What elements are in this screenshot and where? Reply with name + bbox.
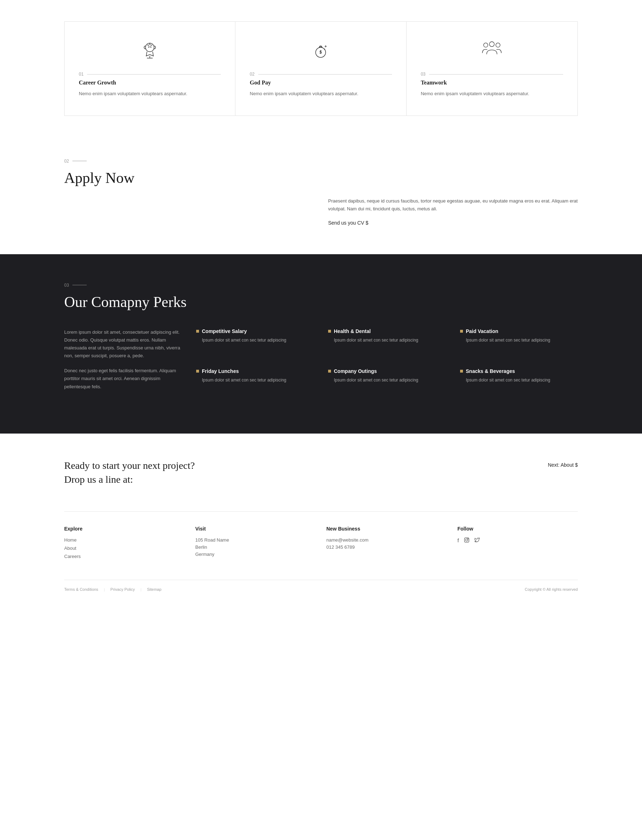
card-3: 03 Teamwork Nemo enim ipsam voluptatem v… [407,22,577,115]
footer-email: name@website.com [326,537,447,543]
social-instagram[interactable] [464,537,469,544]
footer-sep-1: | [104,587,104,591]
apply-desc: Praesent dapibus, neque id cursus faucib… [328,197,578,213]
cta-heading: Ready to start your next project? Drop u… [64,458,195,486]
perks-section: 03 Our Comapny Perks Lorem ipsum dolor s… [0,254,642,434]
apply-link-text: Send us you CV $ [328,220,368,226]
footer-sitemap[interactable]: Sitemap [147,587,161,591]
footer-link-careers[interactable]: Careers [64,554,185,559]
cta-next-label: Next: About $ [548,462,578,468]
perk-item-5: Company Outings Ipsum dolor sit amet con… [328,368,446,398]
card-1-number: 01 [79,72,83,77]
apply-left [64,197,314,226]
perk-item-3: Paid Vacation Ipsum dolor sit amet con s… [460,329,578,358]
perks-number: 03 [64,283,69,288]
svg-point-11 [490,42,494,47]
perk-title-row-3: Paid Vacation [460,329,578,334]
perk-dot-1 [196,330,199,333]
cards-section: 01 Career Growth Nemo enim ipsam volupta… [0,0,642,137]
apply-link[interactable]: Send us you CV $ [328,220,578,226]
perk-title-row-6: Snacks & Beverages [460,368,578,374]
footer-bottom-left: Terms & Conditions | Privacy Policy | Si… [64,587,162,591]
apply-section: 02 Apply Now Praesent dapibus, neque id … [0,137,642,254]
perks-title: Our Comapny Perks [64,293,578,311]
footer-cols: Explore Home About Careers Visit 105 Roa… [64,526,578,562]
card-1-title: Career Growth [79,79,116,86]
apply-right: Praesent dapibus, neque id cursus faucib… [328,197,578,226]
god-pay-icon: $ [310,40,331,61]
footer-bottom: Terms & Conditions | Privacy Policy | Si… [64,580,578,599]
perk-name-4: Friday Lunches [202,368,238,374]
perk-desc-4: Ipsum dolor sit amet con sec tetur adipi… [196,377,314,384]
apply-content: Praesent dapibus, neque id cursus faucib… [64,197,578,226]
footer-explore-title: Explore [64,526,185,532]
apply-title: Apply Now [64,169,578,186]
perk-name-2: Health & Dental [334,329,371,334]
footer-follow-title: Follow [457,526,578,532]
footer-link-about[interactable]: About [64,545,185,551]
footer-visit-title: Visit [195,526,316,532]
perk-name-5: Company Outings [334,368,377,374]
perk-dot-5 [328,370,331,372]
footer-visit-line3: Germany [195,552,316,557]
card-3-title: Teamwork [421,79,447,86]
card-2-number: 02 [250,72,254,77]
apply-number-row: 02 [64,159,578,163]
cta-text: Ready to start your next project? Drop u… [64,458,195,486]
footer-new-business-title: New Business [326,526,447,532]
footer-new-business: New Business name@website.com 012 345 67… [326,526,447,562]
footer-sep-2: | [141,587,141,591]
cta-section: Ready to start your next project? Drop u… [0,434,642,504]
perk-dot-2 [328,330,331,333]
perk-desc-3: Ipsum dolor sit amet con sec tetur adipi… [460,337,578,344]
footer-link-home[interactable]: Home [64,537,185,543]
perk-dot-3 [460,330,463,333]
footer-follow: Follow f [457,526,578,562]
card-2-line [258,74,392,74]
svg-text:$: $ [319,50,322,55]
card-2-title: God Pay [250,79,271,86]
social-row: f [457,537,578,544]
perk-dot-4 [196,370,199,372]
footer-explore: Explore Home About Careers [64,526,185,562]
perk-name-3: Paid Vacation [466,329,498,334]
card-1-number-row: 01 [79,72,221,77]
footer-privacy[interactable]: Privacy Policy [110,587,135,591]
perks-left-text: Lorem ipsum dolor sit amet, consectetuer… [64,329,182,398]
perk-title-row-2: Health & Dental [328,329,446,334]
cta-line1: Ready to start your next project? [64,460,195,471]
footer: Explore Home About Careers Visit 105 Roa… [0,504,642,599]
svg-point-10 [496,43,500,47]
career-growth-icon [139,40,160,61]
perk-desc-5: Ipsum dolor sit amet con sec tetur adipi… [328,377,446,384]
card-1: 01 Career Growth Nemo enim ipsam volupta… [65,22,235,115]
perk-item-1: Competitive Salary Ipsum dolor sit amet … [196,329,314,358]
perk-title-row-4: Friday Lunches [196,368,314,374]
cta-next[interactable]: Next: About $ [548,462,578,468]
card-3-number-row: 03 [421,72,563,77]
footer-visit-line1: 105 Road Name [195,537,316,543]
perks-number-line [72,285,87,285]
apply-number: 02 [64,159,69,163]
perk-item-2: Health & Dental Ipsum dolor sit amet con… [328,329,446,358]
perk-desc-1: Ipsum dolor sit amet con sec tetur adipi… [196,337,314,344]
perks-number-row: 03 [64,283,578,288]
svg-point-13 [465,539,468,541]
card-3-desc: Nemo enim ipsam voluptatem voluptears as… [421,90,529,98]
social-twitter[interactable] [474,537,480,544]
footer-terms[interactable]: Terms & Conditions [64,587,98,591]
card-2: $ 02 God Pay Nemo enim ipsam voluptatem … [235,22,406,115]
card-3-number: 03 [421,72,425,77]
perk-item-6: Snacks & Beverages Ipsum dolor sit amet … [460,368,578,398]
footer-visit-line2: Berlin [195,544,316,550]
teamwork-icon [481,40,503,61]
card-1-line [87,74,221,74]
perk-item-4: Friday Lunches Ipsum dolor sit amet con … [196,368,314,398]
card-2-number-row: 02 [250,72,392,77]
perk-dot-6 [460,370,463,372]
footer-divider [64,511,578,511]
perks-content: Lorem ipsum dolor sit amet, consectetuer… [64,329,578,398]
social-facebook[interactable]: f [457,537,459,544]
footer-visit: Visit 105 Road Name Berlin Germany [195,526,316,562]
perks-left-p2: Donec nec justo eget felis facilisis fer… [64,367,182,390]
